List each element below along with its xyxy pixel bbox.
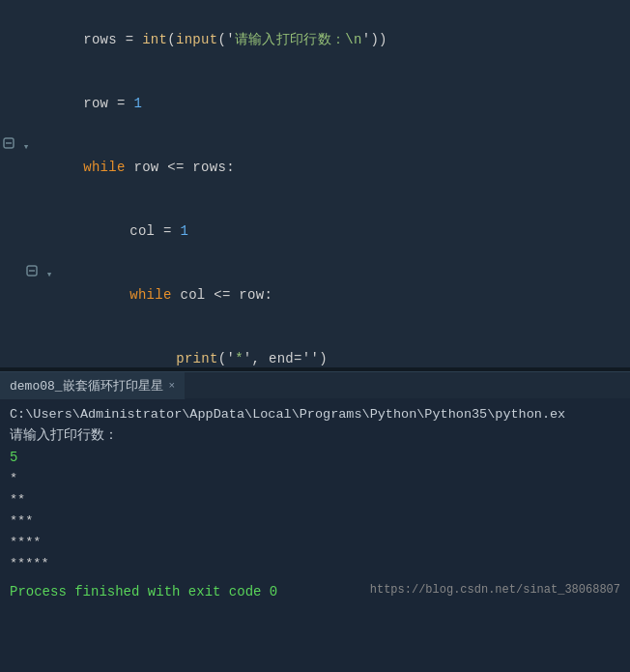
- token: col: [129, 223, 155, 239]
- terminal-output-1: *: [10, 468, 620, 489]
- token: 1: [133, 96, 142, 111]
- token: row: [83, 96, 108, 111]
- code-content-4: col = 1: [56, 199, 622, 263]
- code-line-3: ▾ while row <= rows:: [0, 135, 630, 199]
- code-content-6: print('*', end=''): [79, 327, 622, 367]
- token: while: [129, 287, 172, 303]
- code-content-5: while col <= row:: [56, 263, 622, 327]
- code-line-6: print('*', end=''): [0, 327, 630, 367]
- token: =: [155, 223, 180, 239]
- token: *: [235, 351, 243, 366]
- code-editor: rows = int(input('请输入打印行数：\n')) row = 1 …: [0, 0, 630, 367]
- token: input: [176, 32, 218, 47]
- code-line-1: rows = int(input('请输入打印行数：\n')): [0, 8, 630, 72]
- gutter-5: [23, 264, 43, 278]
- token: (: [167, 32, 176, 47]
- token: ', end=': [243, 351, 311, 366]
- terminal-output-4: ****: [10, 532, 620, 553]
- terminal-output-2: **: [10, 489, 620, 511]
- code-line-4: col = 1: [0, 199, 630, 263]
- token: row <= rows:: [126, 160, 235, 175]
- code-content-3: while row <= rows:: [33, 135, 622, 199]
- terminal-tab-label: demo08_嵌套循环打印星星: [10, 377, 163, 394]
- code-line-5: ▾ while col <= row:: [0, 263, 630, 327]
- terminal-prompt-line: 请输入打印行数：: [10, 425, 620, 447]
- token: print: [176, 351, 218, 366]
- token: ')): [362, 32, 387, 47]
- terminal-path-line: C:\Users\Administrator\AppData\Local\Pro…: [10, 404, 620, 425]
- terminal-tab-bar: demo08_嵌套循环打印星星 ×: [0, 371, 630, 398]
- terminal-tab-main[interactable]: demo08_嵌套循环打印星星 ×: [0, 372, 186, 399]
- terminal-tab-close[interactable]: ×: [169, 380, 176, 392]
- code-line-2: row = 1: [0, 72, 630, 135]
- token: rows: [83, 32, 117, 47]
- terminal-output-3: ***: [10, 511, 620, 532]
- terminal-exit-message: Process finished with exit code 0: [10, 584, 277, 599]
- terminal-output: C:\Users\Administrator\AppData\Local\Pro…: [0, 398, 630, 672]
- code-content-2: row = 1: [33, 72, 622, 135]
- gutter-3: [0, 136, 19, 150]
- terminal-input-value: 5: [10, 447, 620, 468]
- code-content-1: rows = int(input('请输入打印行数：\n')): [33, 8, 622, 72]
- token: '): [310, 351, 327, 366]
- terminal-prompt-label: 请输入打印行数：: [10, 428, 118, 443]
- terminal-bottom-bar: Process finished with exit code 0 https:…: [10, 580, 620, 599]
- fold-5[interactable]: ▾: [43, 268, 56, 280]
- token: (': [218, 351, 235, 366]
- token: while: [83, 160, 126, 175]
- fold-3[interactable]: ▾: [19, 140, 33, 153]
- terminal-output-5: *****: [10, 553, 620, 574]
- token: =: [108, 96, 133, 111]
- token: 1: [180, 223, 188, 239]
- terminal-url: https://blog.csdn.net/sinat_38068807: [370, 583, 620, 597]
- token: =: [117, 32, 142, 47]
- token: int: [142, 32, 167, 47]
- token: 请输入打印行数：\n: [235, 32, 362, 47]
- token: (': [217, 32, 234, 47]
- token: col <= row:: [172, 287, 272, 303]
